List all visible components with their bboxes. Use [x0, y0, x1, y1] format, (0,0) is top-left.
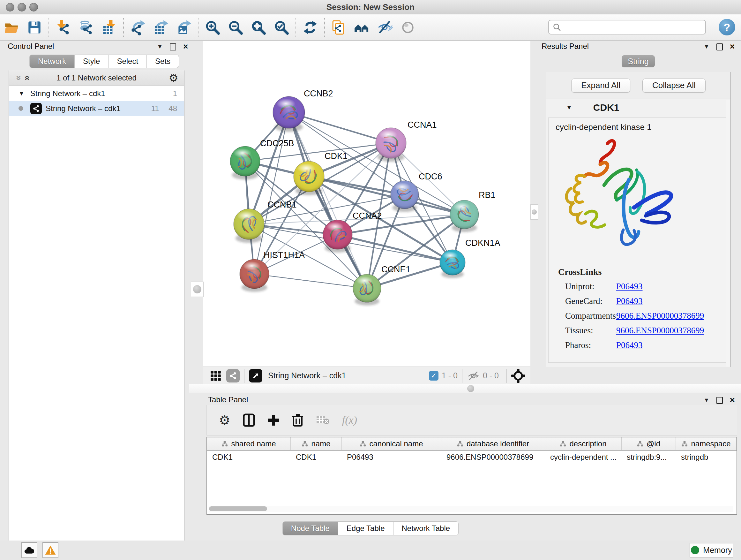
export-image-icon[interactable] [172, 18, 195, 37]
cloud-status-button[interactable] [21, 542, 37, 558]
column-header-database-identifier[interactable]: database identifier [441, 437, 545, 450]
table-cell[interactable]: cyclin-dependent ... [545, 451, 622, 463]
float-panel-icon[interactable] [717, 397, 723, 404]
collection-expander-icon[interactable]: ▼ [18, 90, 24, 97]
help-button[interactable]: ? [719, 19, 735, 36]
collapse-panel-icon[interactable]: ▼ [704, 44, 710, 50]
close-panel-icon[interactable]: × [183, 43, 188, 51]
export-table-icon[interactable] [149, 18, 172, 37]
node-CDC6[interactable] [391, 181, 419, 209]
node-CDK1[interactable] [293, 161, 324, 192]
string-document-icon[interactable] [327, 18, 350, 37]
open-session-icon[interactable] [0, 18, 23, 37]
gear-icon[interactable]: ⚙ [169, 71, 179, 84]
fit-content-crosshair-icon[interactable] [511, 369, 525, 383]
node-section-header[interactable]: ▼ CDK1 [546, 99, 731, 116]
expand-all-button[interactable]: Expand All [571, 78, 630, 92]
import-network-database-icon[interactable] [75, 18, 98, 37]
toggle-display-icon[interactable] [396, 18, 419, 37]
close-panel-icon[interactable]: × [730, 43, 735, 51]
table-cell[interactable]: P06493 [342, 451, 441, 463]
float-panel-icon[interactable] [717, 44, 723, 51]
network-view-mode-icon[interactable] [226, 369, 240, 382]
tab-edge-table[interactable]: Edge Table [338, 521, 394, 536]
zoom-selected-icon[interactable] [270, 18, 293, 37]
crosslink-link[interactable]: 9606.ENSP00000378699 [616, 311, 704, 321]
section-expander-icon[interactable]: ▼ [566, 104, 572, 111]
collapse-panel-icon[interactable]: ▼ [157, 44, 163, 50]
horizontal-splitter-handle[interactable] [467, 385, 474, 392]
tab-select[interactable]: Select [109, 55, 147, 68]
table-cell[interactable]: stringdb [676, 451, 737, 463]
column-header-@id[interactable]: @id [622, 437, 676, 450]
node-CCNA2[interactable] [323, 220, 352, 249]
tab-network[interactable]: Network [29, 55, 75, 68]
node-HIST1H1A[interactable] [240, 259, 269, 289]
crosslink-link[interactable]: P06493 [616, 340, 643, 350]
crosslink-link[interactable]: P06493 [616, 296, 643, 306]
node-CCNB2[interactable] [273, 97, 305, 128]
selected-checkbox-icon[interactable]: ✓ [429, 371, 439, 381]
function-builder-icon[interactable]: f(x) [342, 414, 357, 426]
network-row[interactable]: String Network – cdk1 11 48 [9, 101, 184, 116]
hidden-eye-icon[interactable] [467, 370, 480, 381]
node-CCNB1[interactable] [233, 209, 264, 240]
table-cell[interactable]: 9606.ENSP00000378699 [441, 451, 545, 463]
delete-table-icon[interactable] [316, 415, 330, 426]
home-pair-icon[interactable] [350, 18, 374, 37]
node-CCNA1[interactable] [376, 128, 406, 159]
edge-CCNE1-HIST1H1A[interactable] [254, 274, 367, 288]
float-panel-icon[interactable] [170, 44, 176, 51]
edge-CCNE1-CCNB2[interactable] [289, 112, 367, 288]
table-settings-gear-icon[interactable]: ⚙ [219, 413, 230, 428]
tab-network-table[interactable]: Network Table [394, 521, 459, 536]
right-splitter-handle[interactable] [530, 204, 538, 220]
import-table-icon[interactable] [98, 18, 121, 37]
save-session-icon[interactable] [23, 18, 46, 37]
warnings-button[interactable] [43, 542, 58, 558]
tab-style[interactable]: Style [75, 55, 109, 68]
column-header-canonical-name[interactable]: canonical name [342, 437, 441, 450]
left-splitter-handle[interactable] [191, 282, 204, 297]
network-collection-row[interactable]: ▼ String Network – cdk1 1 [9, 86, 184, 101]
column-header-name[interactable]: name [291, 437, 342, 450]
column-header-namespace[interactable]: namespace [676, 437, 737, 450]
table-row[interactable]: CDK1CDK1P064939606.ENSP00000378699cyclin… [207, 451, 737, 463]
node-RB1[interactable] [450, 200, 479, 229]
show-columns-icon[interactable] [243, 413, 255, 427]
table-cell[interactable]: CDK1 [291, 451, 342, 463]
zoom-in-icon[interactable] [201, 18, 224, 37]
delete-column-trash-icon[interactable] [292, 413, 304, 427]
grid-mode-icon[interactable] [210, 370, 222, 382]
search-box[interactable] [548, 20, 706, 35]
table-cell[interactable]: stringdb:9... [622, 451, 676, 463]
column-header-description[interactable]: description [545, 437, 622, 450]
node-CCNE1[interactable] [353, 274, 381, 302]
collapse-all-button[interactable]: Collapse All [643, 78, 705, 92]
collapse-panel-icon[interactable]: ▼ [704, 397, 710, 403]
add-column-icon[interactable] [267, 414, 280, 426]
node-CDKN1A[interactable] [440, 250, 465, 275]
hide-selected-icon[interactable] [374, 18, 396, 37]
tab-string[interactable]: String [622, 55, 655, 67]
tab-node-table[interactable]: Node Table [282, 521, 338, 536]
search-input[interactable] [564, 22, 705, 32]
memory-button[interactable]: Memory [690, 543, 733, 557]
zoom-out-icon[interactable] [224, 18, 247, 37]
zoom-fit-icon[interactable] [247, 18, 270, 37]
crosslink-link[interactable]: 9606.ENSP00000378699 [616, 326, 704, 335]
column-header-shared-name[interactable]: shared name [207, 437, 291, 450]
import-network-file-icon[interactable] [52, 18, 75, 37]
results-scrollbar[interactable] [726, 100, 730, 367]
birds-eye-view-icon[interactable] [249, 369, 262, 382]
crosslink-link[interactable]: P06493 [616, 282, 643, 292]
node-CDC25B[interactable] [230, 146, 260, 176]
export-network-icon[interactable] [126, 18, 149, 37]
table-horizontal-scrollbar[interactable] [209, 506, 733, 512]
scrollbar-thumb[interactable] [209, 506, 267, 511]
table-cell[interactable]: CDK1 [207, 451, 291, 463]
tab-sets[interactable]: Sets [147, 55, 179, 68]
refresh-icon[interactable] [299, 18, 322, 37]
close-panel-icon[interactable]: × [730, 396, 735, 405]
network-canvas[interactable]: CCNB2CCNA1CDC25BCDK1CDC6RB1CCNB1CCNA2CDK… [203, 41, 530, 367]
